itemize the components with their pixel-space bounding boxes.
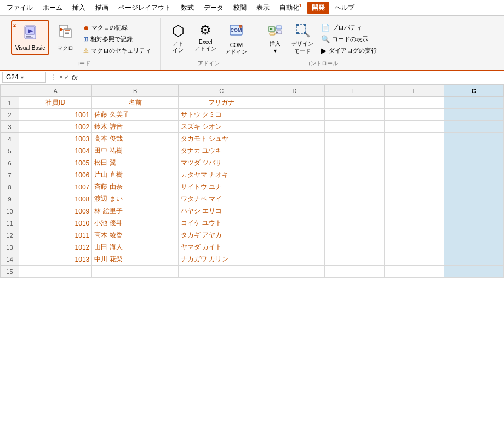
cell-E2[interactable] — [324, 109, 384, 121]
cell-G12[interactable] — [444, 229, 503, 241]
cell-G3[interactable] — [444, 121, 503, 133]
cell-D10[interactable] — [265, 205, 324, 217]
cell-A12[interactable]: 1011 — [19, 229, 91, 241]
cell-G9[interactable] — [444, 193, 503, 205]
menu-data[interactable]: データ — [199, 2, 228, 14]
macro-button[interactable]: マクロ — [51, 20, 79, 55]
macro-security-button[interactable]: ⚠ マクロのセキュリティ — [81, 45, 153, 56]
record-macro-button[interactable]: ⏺ マクロの記録 — [81, 22, 153, 33]
cell-F11[interactable] — [384, 217, 444, 229]
cell-B15[interactable] — [92, 266, 179, 278]
cell-G1[interactable] — [444, 97, 503, 109]
run-dialog-button[interactable]: ▶ ダイアログの実行 — [319, 45, 379, 56]
addin-button[interactable]: ⬡ アドイン — [167, 20, 189, 56]
menu-file[interactable]: ファイル — [2, 2, 37, 14]
menu-developer[interactable]: 開発 — [307, 2, 329, 14]
cell-D9[interactable] — [265, 193, 324, 205]
cell-F6[interactable] — [384, 157, 444, 169]
menu-home[interactable]: ホーム — [38, 2, 67, 14]
cell-E11[interactable] — [324, 217, 384, 229]
cell-D6[interactable] — [265, 157, 324, 169]
menu-insert[interactable]: 挿入 — [68, 2, 90, 14]
cell-D11[interactable] — [265, 217, 324, 229]
cell-A2[interactable]: 1001 — [19, 109, 91, 121]
cell-F3[interactable] — [384, 121, 444, 133]
cell-A4[interactable]: 1003 — [19, 133, 91, 145]
menu-page-layout[interactable]: ページレイアウト — [114, 2, 175, 14]
menu-review[interactable]: 校閲 — [229, 2, 251, 14]
col-header-A[interactable]: A — [19, 85, 91, 97]
col-header-F[interactable]: F — [384, 85, 444, 97]
relative-ref-button[interactable]: ⊞ 相対参照で記録 — [81, 34, 153, 44]
cell-A5[interactable]: 1004 — [19, 145, 91, 157]
cell-G5[interactable] — [444, 145, 503, 157]
cell-F15[interactable] — [384, 266, 444, 278]
cell-ref-dropdown-icon[interactable]: ▾ — [21, 74, 24, 80]
cell-reference-box[interactable]: G24 ▾ — [2, 72, 46, 83]
menu-view[interactable]: 表示 — [252, 2, 274, 14]
cell-G11[interactable] — [444, 217, 503, 229]
cell-E14[interactable] — [324, 253, 384, 266]
cell-F8[interactable] — [384, 181, 444, 193]
cell-C3[interactable]: スズキ シオン — [178, 121, 265, 133]
cell-G13[interactable] — [444, 241, 503, 253]
visual-basic-button[interactable]: 2 Visual Basic — [11, 20, 49, 55]
cell-E4[interactable] — [324, 133, 384, 145]
cell-B5[interactable]: 田中 祐樹 — [92, 145, 179, 157]
view-code-button[interactable]: 🔍 コードの表示 — [319, 34, 379, 44]
cell-B12[interactable]: 高木 綾香 — [92, 229, 179, 241]
cell-D15[interactable] — [265, 266, 324, 278]
cell-C1[interactable]: フリガナ — [178, 97, 265, 109]
cell-D4[interactable] — [265, 133, 324, 145]
cell-B8[interactable]: 斉藤 由奈 — [92, 181, 179, 193]
cell-F14[interactable] — [384, 253, 444, 266]
cell-D12[interactable] — [265, 229, 324, 241]
col-header-E[interactable]: E — [324, 85, 384, 97]
properties-button[interactable]: 📄 プロパティ — [319, 22, 379, 33]
cell-C2[interactable]: サトウ クミコ — [178, 109, 265, 121]
cell-F1[interactable] — [384, 97, 444, 109]
cell-D7[interactable] — [265, 169, 324, 181]
cancel-icon[interactable]: × — [59, 73, 63, 81]
menu-help[interactable]: ヘルプ — [330, 2, 359, 14]
cell-E3[interactable] — [324, 121, 384, 133]
insert-control-button[interactable]: 挿入▾ — [264, 20, 286, 56]
cell-G10[interactable] — [444, 205, 503, 217]
cell-E8[interactable] — [324, 181, 384, 193]
cell-C12[interactable]: タカギ アヤカ — [178, 229, 265, 241]
col-header-B[interactable]: B — [92, 85, 179, 97]
cell-C13[interactable]: ヤマダ カイト — [178, 241, 265, 253]
cell-D3[interactable] — [265, 121, 324, 133]
cell-D14[interactable] — [265, 253, 324, 266]
cell-A10[interactable]: 1009 — [19, 205, 91, 217]
confirm-icon[interactable]: ✓ — [64, 73, 70, 81]
col-header-D[interactable]: D — [265, 85, 324, 97]
cell-A15[interactable] — [19, 266, 91, 278]
cell-D2[interactable] — [265, 109, 324, 121]
cell-B4[interactable]: 高本 俊哉 — [92, 133, 179, 145]
cell-C10[interactable]: ハヤシ エリコ — [178, 205, 265, 217]
cell-B11[interactable]: 小池 優斗 — [92, 217, 179, 229]
cell-C9[interactable]: ワタナベ マイ — [178, 193, 265, 205]
cell-G2[interactable] — [444, 109, 503, 121]
cell-A11[interactable]: 1010 — [19, 217, 91, 229]
menu-formula[interactable]: 数式 — [176, 2, 198, 14]
cell-B2[interactable]: 佐藤 久美子 — [92, 109, 179, 121]
cell-F10[interactable] — [384, 205, 444, 217]
cell-D5[interactable] — [265, 145, 324, 157]
cell-C15[interactable] — [178, 266, 265, 278]
com-addin-button[interactable]: COM COMアドイン — [222, 20, 250, 57]
cell-B9[interactable]: 渡辺 まい — [92, 193, 179, 205]
cell-D13[interactable] — [265, 241, 324, 253]
col-header-G[interactable]: G — [444, 85, 503, 97]
cell-C11[interactable]: コイケ ユウト — [178, 217, 265, 229]
excel-addin-button[interactable]: ⚙ Excelアドイン — [191, 20, 220, 54]
cell-C5[interactable]: タナカ ユウキ — [178, 145, 265, 157]
cell-C4[interactable]: タカモト シュヤ — [178, 133, 265, 145]
cell-G14[interactable] — [444, 253, 503, 266]
cell-B10[interactable]: 林 絵里子 — [92, 205, 179, 217]
cell-E10[interactable] — [324, 205, 384, 217]
cell-F5[interactable] — [384, 145, 444, 157]
cell-C8[interactable]: サイトウ ユナ — [178, 181, 265, 193]
cell-B14[interactable]: 中川 花梨 — [92, 253, 179, 266]
